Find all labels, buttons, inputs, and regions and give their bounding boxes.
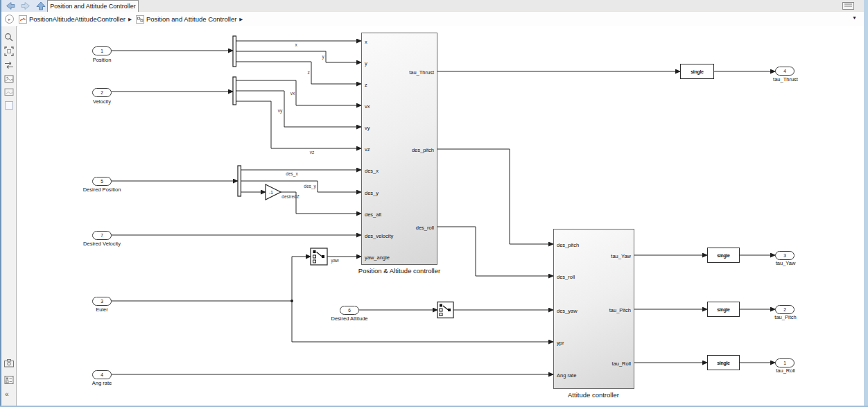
port-label-vy: vy bbox=[365, 125, 370, 131]
inport-number: 3 bbox=[101, 299, 103, 304]
port-label-tau-thrust: tau_Thrust bbox=[409, 69, 434, 76]
conversion-label: single bbox=[717, 307, 729, 312]
simulink-window: Position and Attitude Controller ▸ Posit… bbox=[0, 0, 868, 407]
inport-position[interactable]: 1 bbox=[92, 46, 112, 55]
port-label-vx: vx bbox=[365, 103, 370, 110]
inport-number: 1 bbox=[101, 49, 103, 53]
outport-tau-yaw[interactable]: 3 bbox=[775, 251, 795, 260]
port-label-des-x: des_x bbox=[365, 168, 379, 174]
port-label-des-yaw-in: des_yaw bbox=[557, 308, 578, 314]
outport-tau-pitch-label: tau_Pitch bbox=[774, 314, 796, 320]
attitude-controller-block[interactable]: des_pitch des_roll des_yaw ypr Ang rate … bbox=[553, 229, 634, 389]
inport-velocity[interactable]: 2 bbox=[92, 88, 112, 97]
signal-label-des-y: des_y bbox=[304, 184, 315, 189]
signal-line[interactable] bbox=[241, 181, 361, 192]
outport-tau-roll-label: tau_Roll bbox=[776, 367, 795, 374]
inport-number: 6 bbox=[348, 308, 351, 313]
port-label-tau-roll-out: tau_Roll bbox=[611, 361, 631, 367]
outport-number: 2 bbox=[783, 307, 786, 312]
demux-velocity[interactable] bbox=[233, 77, 236, 105]
signal-label-des-x: des_x bbox=[286, 171, 297, 176]
inport-desired-position-label: Desired Position bbox=[83, 187, 121, 193]
pos-alt-controller-caption: Position & Altitude controller bbox=[358, 267, 440, 275]
conversion-label: single bbox=[691, 69, 703, 74]
outport-number: 3 bbox=[783, 253, 786, 258]
signal-label-y: y bbox=[322, 54, 324, 59]
attitude-controller-caption: Attitude controller bbox=[568, 391, 619, 399]
conversion-label: single bbox=[717, 361, 729, 365]
signal-label-x: x bbox=[295, 42, 297, 47]
port-label-yaw-angle: yaw_angle bbox=[365, 254, 390, 261]
port-label-des-y: des_y bbox=[365, 190, 379, 196]
signal-label-vy: vy bbox=[278, 108, 283, 113]
signal-line[interactable] bbox=[236, 101, 361, 148]
inport-desired-velocity[interactable]: 7 bbox=[92, 231, 112, 240]
signal-label-desiredz: desiredZ bbox=[281, 194, 299, 199]
gain-value: -1 bbox=[269, 190, 273, 195]
port-label-des-velocity: des_velocity bbox=[365, 233, 393, 239]
inport-euler[interactable]: 3 bbox=[92, 297, 112, 306]
demux-position[interactable] bbox=[233, 36, 236, 67]
convert-tau-yaw-block[interactable]: single bbox=[707, 248, 740, 263]
convert-tau-thrust-block[interactable]: single bbox=[680, 64, 714, 79]
convert-tau-roll-block[interactable]: single bbox=[707, 355, 740, 370]
demux-desired-position[interactable] bbox=[238, 166, 241, 196]
signal-line[interactable] bbox=[292, 257, 311, 301]
port-label-x: x bbox=[365, 39, 367, 45]
signal-line[interactable] bbox=[437, 149, 553, 244]
port-label-y: y bbox=[365, 60, 367, 67]
inport-desired-velocity-label: Desired Velocity bbox=[83, 241, 121, 247]
signal-line[interactable] bbox=[236, 91, 361, 127]
signal-label-z: z bbox=[307, 70, 309, 75]
port-label-des-pitch-in: des_pitch bbox=[557, 242, 579, 248]
inport-position-label: Position bbox=[93, 57, 112, 63]
port-label-des-alt: des_alt bbox=[365, 211, 381, 218]
outport-tau-roll[interactable]: 1 bbox=[775, 358, 795, 367]
signal-line[interactable] bbox=[437, 227, 553, 276]
port-label-ang-rate-in: Ang rate bbox=[557, 372, 576, 379]
port-label-des-roll-in: des_roll bbox=[557, 274, 575, 280]
selector-yaw-block[interactable] bbox=[311, 248, 327, 265]
signal-label-vx: vx bbox=[290, 91, 295, 96]
signal-label-yaw: yaw bbox=[331, 258, 339, 263]
inport-number: 2 bbox=[101, 90, 103, 95]
inport-ang-rate-label: Ang rate bbox=[92, 380, 112, 386]
outport-tau-thrust-label: tau_Thrust bbox=[773, 76, 798, 83]
inport-desired-attitude[interactable]: 6 bbox=[340, 306, 359, 315]
outport-tau-pitch[interactable]: 2 bbox=[775, 305, 795, 314]
port-label-tau-pitch-out: tau_Pitch bbox=[609, 307, 631, 313]
inport-velocity-label: Velocity bbox=[93, 98, 111, 105]
outport-tau-yaw-label: tau_Yaw bbox=[776, 260, 796, 266]
outport-tau-thrust[interactable]: 4 bbox=[775, 67, 795, 76]
signal-label-vz: vz bbox=[310, 150, 315, 155]
conversion-label: single bbox=[717, 253, 729, 258]
outport-number: 1 bbox=[783, 361, 786, 365]
signal-line[interactable] bbox=[236, 51, 361, 62]
port-label-z: z bbox=[365, 82, 367, 88]
port-label-ypr-in: ypr bbox=[557, 340, 564, 346]
port-label-des-roll: des_roll bbox=[416, 225, 434, 231]
inport-number: 5 bbox=[101, 179, 103, 184]
inport-euler-label: Euler bbox=[96, 306, 108, 313]
inport-desired-attitude-label: Desired Attitude bbox=[331, 315, 368, 322]
inport-ang-rate[interactable]: 4 bbox=[92, 370, 112, 379]
inport-number: 7 bbox=[101, 233, 103, 238]
branch-point bbox=[290, 300, 293, 302]
convert-tau-pitch-block[interactable]: single bbox=[707, 302, 740, 317]
inport-number: 4 bbox=[101, 372, 103, 377]
outport-number: 4 bbox=[783, 69, 786, 73]
port-label-tau-yaw-out: tau_Yaw bbox=[611, 253, 631, 259]
inport-desired-position[interactable]: 5 bbox=[92, 177, 112, 186]
selector-des-yaw-block[interactable] bbox=[437, 302, 453, 318]
port-label-des-pitch: des_pitch bbox=[412, 147, 434, 153]
pos-alt-controller-block[interactable]: x y z vx vy vz des_x des_y des_alt des_v… bbox=[361, 33, 437, 265]
port-label-vz: vz bbox=[365, 146, 370, 153]
